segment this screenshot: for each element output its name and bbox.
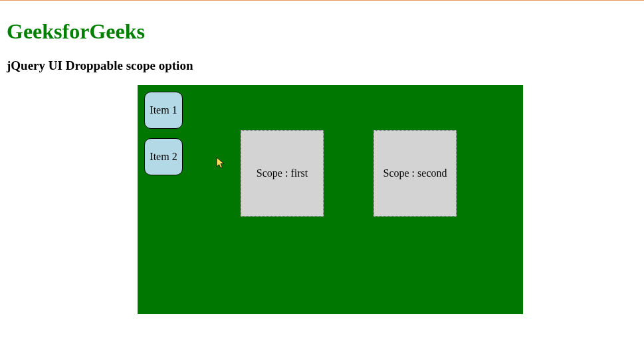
page-title: GeeksforGeeks xyxy=(7,19,637,44)
draggable-label: Item 1 xyxy=(150,104,177,116)
draggable-label: Item 2 xyxy=(150,151,177,163)
draggable-item-1[interactable]: Item 1 xyxy=(144,92,183,129)
cursor-icon xyxy=(216,157,227,170)
demo-stage: Item 1 Item 2 Scope : first Scope : seco… xyxy=(138,85,523,314)
droppable-label: Scope : second xyxy=(383,167,447,179)
draggable-item-2[interactable]: Item 2 xyxy=(144,138,183,175)
droppable-second[interactable]: Scope : second xyxy=(374,130,457,217)
droppable-first[interactable]: Scope : first xyxy=(241,130,324,217)
svg-marker-0 xyxy=(217,157,224,168)
droppable-label: Scope : first xyxy=(257,167,308,179)
page-subtitle: jQuery UI Droppable scope option xyxy=(7,58,637,73)
